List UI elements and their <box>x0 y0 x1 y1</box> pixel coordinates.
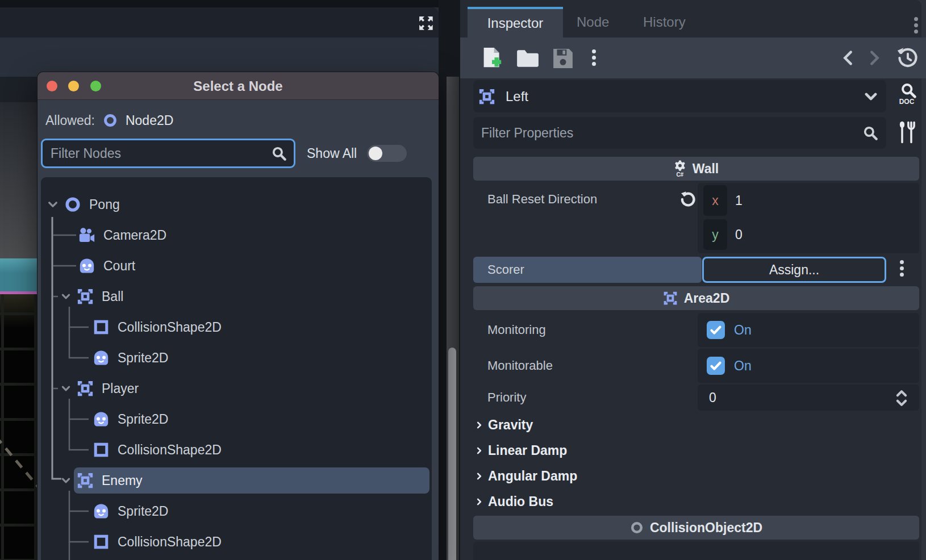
allowed-row: Allowed: Node2D <box>45 110 173 131</box>
property-label-scorer[interactable]: Scorer <box>473 257 702 283</box>
tree-row[interactable]: Court <box>78 253 135 279</box>
updown-icon <box>894 387 909 409</box>
folder-icon <box>516 49 540 68</box>
tree-row[interactable]: Pong <box>47 191 120 218</box>
tab-history[interactable]: History <box>643 7 686 37</box>
chevron-down-icon[interactable] <box>47 199 59 210</box>
tree-row-selected[interactable]: Enemy <box>61 467 143 494</box>
tree-row[interactable]: Sprite2D <box>93 498 168 524</box>
property-label: Scorer <box>487 262 524 277</box>
collisionshape2d-icon <box>93 319 110 336</box>
object-history-button[interactable] <box>896 47 919 72</box>
priority-stepper[interactable] <box>894 387 909 411</box>
new-resource-icon <box>482 46 502 70</box>
collisionshape2d-icon <box>93 533 110 550</box>
tree-node-label: Camera2D <box>103 228 166 243</box>
chevron-down-icon[interactable] <box>61 291 71 302</box>
monitoring-checkbox[interactable] <box>707 321 725 339</box>
property-label: Monitoring <box>487 313 546 347</box>
axis-y-value[interactable]: 0 <box>735 219 743 250</box>
expand-fullscreen-icon[interactable] <box>416 14 436 33</box>
revert-property-button[interactable] <box>679 191 696 208</box>
viewport-out-of-bounds <box>0 102 37 258</box>
dialog-titlebar[interactable]: Select a Node <box>37 72 439 100</box>
chevron-down-icon[interactable] <box>61 475 71 486</box>
chevron-right-icon <box>866 49 883 67</box>
search-icon <box>862 125 878 141</box>
viewport-top-panel <box>0 7 439 37</box>
group-audio-bus[interactable]: Audio Bus <box>475 489 553 515</box>
tree-node-label: CollisionShape2D <box>118 320 222 335</box>
chevron-right-icon <box>475 421 483 429</box>
section-header-area2d[interactable]: Area2D <box>473 286 919 310</box>
tree-node-label: CollisionShape2D <box>118 442 222 458</box>
chevron-right-icon <box>475 446 483 455</box>
edited-node-selector[interactable]: Left <box>473 80 886 112</box>
edited-node-name: Left <box>506 89 864 105</box>
tree-row[interactable]: Ball <box>61 283 123 310</box>
tree-row[interactable]: CollisionShape2D <box>93 437 222 463</box>
group-gravity[interactable]: Gravity <box>475 412 533 438</box>
open-docs-button[interactable]: DOC <box>895 82 918 110</box>
tree-row[interactable]: Sprite2D <box>93 345 168 371</box>
load-resource-button[interactable] <box>516 49 540 70</box>
tree-row[interactable]: Player <box>61 375 139 402</box>
group-label: Audio Bus <box>488 494 553 509</box>
tree-row[interactable]: CollisionShape2D <box>93 529 222 555</box>
allowed-type: Node2D <box>126 113 173 128</box>
tree-node-label: Sprite2D <box>118 350 168 366</box>
tree-row[interactable]: Sprite2D <box>93 406 168 432</box>
axis-x-tag: x <box>703 185 727 216</box>
section-header-collisionobject2d[interactable]: CollisionObject2D <box>473 516 919 540</box>
partial-row <box>473 542 919 560</box>
inspector-dock: Inspector Node History <box>460 0 926 560</box>
inspector-toolbar <box>460 37 926 78</box>
check-icon <box>709 323 723 337</box>
tab-inspector[interactable]: Inspector <box>468 7 563 37</box>
show-all-toggle[interactable] <box>367 145 407 162</box>
group-label: Gravity <box>488 417 533 433</box>
collisionobject2d-icon <box>630 521 644 534</box>
history-forward-button[interactable] <box>866 49 883 69</box>
resource-options-icon[interactable] <box>592 47 596 68</box>
area2d-icon <box>478 88 495 105</box>
property-label: Priority <box>487 385 526 411</box>
dock-menu-icon[interactable] <box>912 15 920 35</box>
priority-value[interactable]: 0 <box>709 385 716 411</box>
section-title: Area2D <box>684 291 730 306</box>
toggle-knob <box>369 147 382 160</box>
property-label: Ball Reset Direction <box>487 183 597 216</box>
tree-node-label: CollisionShape2D <box>118 534 222 550</box>
viewport-game-grid <box>0 294 37 560</box>
section-header-wall[interactable]: C# Wall <box>473 157 919 181</box>
chevron-right-icon <box>475 472 483 480</box>
sprite2d-icon <box>93 503 110 520</box>
tree-node-label: Court <box>103 258 135 274</box>
history-back-button[interactable] <box>840 49 857 69</box>
group-angular-damp[interactable]: Angular Damp <box>475 463 577 489</box>
filter-properties-input[interactable] <box>473 126 862 141</box>
node2d-icon <box>64 196 81 213</box>
property-options-icon[interactable] <box>898 258 906 282</box>
tree-node-label: Pong <box>89 197 120 212</box>
chevron-down-icon <box>864 89 878 104</box>
new-resource-button[interactable] <box>482 46 502 72</box>
monitorable-checkbox[interactable] <box>707 357 725 375</box>
select-node-dialog: Select a Node Allowed: Node2D Show All <box>37 72 439 560</box>
tree-row[interactable]: CollisionShape2D <box>93 314 222 340</box>
tree-node-label: Ball <box>102 289 123 304</box>
assign-button[interactable]: Assign... <box>702 257 886 283</box>
tab-node[interactable]: Node <box>577 7 609 37</box>
tree-row[interactable]: Camera2D <box>78 222 166 248</box>
sprite2d-icon <box>78 257 95 274</box>
editor-scrollbar-thumb[interactable] <box>448 348 456 560</box>
save-resource-button[interactable] <box>552 48 574 72</box>
manage-properties-button[interactable] <box>898 119 916 148</box>
chevron-down-icon[interactable] <box>61 383 71 394</box>
node2d-icon <box>103 113 118 128</box>
sprite2d-icon <box>93 411 110 428</box>
group-linear-damp[interactable]: Linear Damp <box>475 438 567 463</box>
axis-x-value[interactable]: 1 <box>735 185 743 216</box>
filter-nodes-input[interactable] <box>43 146 271 161</box>
godot-editor-screen: Select a Node Allowed: Node2D Show All <box>0 0 926 560</box>
